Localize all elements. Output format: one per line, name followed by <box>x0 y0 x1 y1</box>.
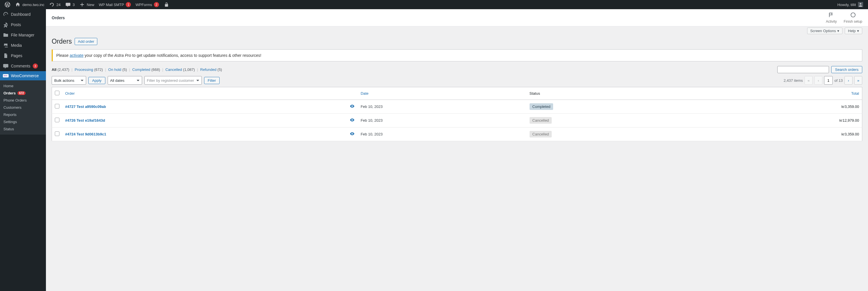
view-processing[interactable]: Processing <box>74 67 93 72</box>
activity-button[interactable]: Activity <box>826 12 837 24</box>
order-link[interactable]: #4726 Test e19af1643d <box>65 118 105 123</box>
woo-icon: woo <box>3 74 9 78</box>
sidebar-label: Comments <box>11 64 30 68</box>
new-label: New <box>87 3 94 7</box>
order-total: kr12,979.00 <box>706 114 862 127</box>
sidebar-label: Posts <box>11 22 21 27</box>
add-order-button[interactable]: Add order <box>74 38 97 45</box>
table-row[interactable]: #4724 Test 9d0613b9c1Feb 10, 2023Cancell… <box>52 127 862 141</box>
site-home-link[interactable]: demo.two.inc <box>12 0 47 9</box>
circle-icon <box>850 12 856 19</box>
screen-options-button[interactable]: Screen Options ▾ <box>807 28 843 34</box>
sidebar-item-comments[interactable]: Comments 3 <box>0 61 46 71</box>
dates-select[interactable]: All dates <box>107 76 142 85</box>
view-completed[interactable]: Completed <box>132 67 150 72</box>
submenu-phone-orders[interactable]: Phone Orders <box>0 97 46 104</box>
sidebar-item-pages[interactable]: Pages <box>0 51 46 61</box>
row-checkbox[interactable] <box>55 118 59 122</box>
notice-activate-link[interactable]: activate <box>70 53 84 58</box>
submenu-status[interactable]: Status <box>0 125 46 133</box>
submenu-settings[interactable]: Settings <box>0 118 46 125</box>
apply-button[interactable]: Apply <box>88 77 105 84</box>
table-row[interactable]: #4727 Test a9590c09abFeb 10, 2023Complet… <box>52 100 862 114</box>
sidebar-label: Dashboard <box>11 12 31 17</box>
avatar-icon <box>858 2 863 7</box>
flag-icon <box>828 12 834 19</box>
sidebar-label: WooCommerce <box>11 73 39 78</box>
account-link[interactable]: Howdy, tillit <box>835 0 866 9</box>
next-page-button[interactable]: › <box>844 76 852 85</box>
status-badge: Cancelled <box>530 131 552 137</box>
eye-icon[interactable] <box>350 119 355 123</box>
search-input[interactable] <box>777 66 829 73</box>
row-checkbox[interactable] <box>55 104 59 108</box>
dashboard-icon <box>3 11 9 17</box>
submenu-home[interactable]: Home <box>0 83 46 90</box>
comment-icon <box>65 2 71 7</box>
finish-setup-button[interactable]: Finish setup <box>844 12 862 24</box>
order-link[interactable]: #4727 Test a9590c09ab <box>65 104 106 109</box>
svg-point-4 <box>851 12 855 17</box>
sidebar-item-posts[interactable]: Posts <box>0 20 46 30</box>
items-count: 2,437 items <box>784 78 803 83</box>
chevron-down-icon: ▾ <box>837 29 839 33</box>
orders-table: Order Date Status Total #4727 Test a9590… <box>52 87 862 141</box>
sidebar-label: Media <box>11 43 22 47</box>
comments-badge: 3 <box>33 63 38 69</box>
prev-page-button: ‹ <box>814 76 823 85</box>
bulk-actions-select[interactable]: Bulk actions <box>52 76 86 85</box>
col-status: Status <box>527 87 706 100</box>
submenu-reports[interactable]: Reports <box>0 111 46 118</box>
search-orders-button[interactable]: Search orders <box>831 66 862 73</box>
refresh-icon <box>49 2 55 7</box>
view-refunded[interactable]: Refunded <box>200 67 216 72</box>
unlock-icon <box>164 2 169 7</box>
order-date: Feb 10, 2023 <box>358 100 526 114</box>
col-order[interactable]: Order <box>62 87 347 100</box>
eye-icon[interactable] <box>350 133 355 137</box>
page-input[interactable] <box>824 76 833 85</box>
woocommerce-submenu: Home Orders 672 Phone Orders Customers R… <box>0 80 46 135</box>
sidebar-item-file-manager[interactable]: File Manager <box>0 30 46 40</box>
privacy-link[interactable] <box>161 0 172 9</box>
folder-icon <box>3 32 9 38</box>
header-page-title: Orders <box>52 15 65 20</box>
updates-link[interactable]: 24 <box>47 0 63 9</box>
submenu-orders[interactable]: Orders 672 <box>0 90 46 97</box>
notice-astra: Please activate your copy of the Astra P… <box>52 50 862 61</box>
updates-count: 24 <box>57 3 61 7</box>
comments-link[interactable]: 3 <box>63 0 77 9</box>
submenu-customers[interactable]: Customers <box>0 104 46 111</box>
select-all-checkbox[interactable] <box>55 91 59 95</box>
svg-text:woo: woo <box>3 75 7 77</box>
new-content-link[interactable]: New <box>77 0 96 9</box>
page-title: Orders <box>52 38 72 45</box>
sidebar-item-woocommerce[interactable]: woo WooCommerce <box>0 71 46 80</box>
list-views: All (2,437) | Processing (672) | On hold… <box>52 67 222 72</box>
order-total: kr3,359.00 <box>706 127 862 141</box>
wpforms-link[interactable]: WPForms 2 <box>133 0 161 9</box>
sidebar-item-media[interactable]: Media <box>0 40 46 51</box>
eye-icon[interactable] <box>350 105 355 109</box>
view-cancelled[interactable]: Cancelled <box>165 67 182 72</box>
order-link[interactable]: #4724 Test 9d0613b9c1 <box>65 132 106 136</box>
help-button[interactable]: Help ▾ <box>845 28 862 34</box>
col-total[interactable]: Total <box>706 87 862 100</box>
sidebar-label: Pages <box>11 53 22 58</box>
wpmail-link[interactable]: WP Mail SMTP 1 <box>96 0 133 9</box>
view-onhold[interactable]: On hold <box>108 67 121 72</box>
customer-filter-select[interactable]: Filter by registered customer <box>144 76 202 85</box>
sidebar-label: File Manager <box>11 33 34 37</box>
sidebar-item-dashboard[interactable]: Dashboard <box>0 9 46 20</box>
table-row[interactable]: #4726 Test e19af1643dFeb 10, 2023Cancell… <box>52 114 862 127</box>
status-badge: Cancelled <box>530 117 552 124</box>
last-page-button[interactable]: » <box>854 76 862 85</box>
wp-logo[interactable] <box>2 0 12 9</box>
col-date[interactable]: Date <box>358 87 526 100</box>
comment-icon <box>3 63 9 69</box>
filter-button[interactable]: Filter <box>204 77 220 84</box>
chevron-down-icon: ▾ <box>857 29 859 33</box>
site-name: demo.two.inc <box>22 3 44 7</box>
status-badge: Completed <box>530 103 553 110</box>
row-checkbox[interactable] <box>55 131 59 136</box>
